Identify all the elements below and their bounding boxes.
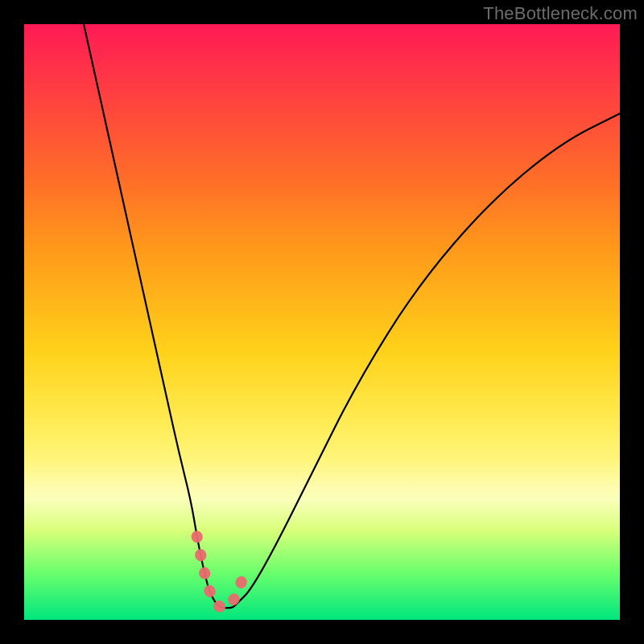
chart-frame: TheBottleneck.com [0,0,644,644]
curve-svg [24,24,620,620]
watermark-text: TheBottleneck.com [483,3,638,24]
bottleneck-curve [84,24,620,608]
plot-area [24,24,620,620]
highlight-segment [197,536,245,608]
